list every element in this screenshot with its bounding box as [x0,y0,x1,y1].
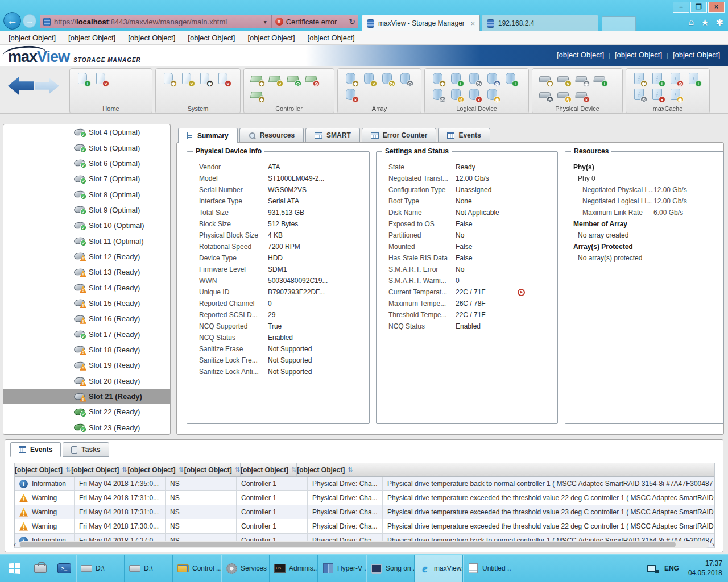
controller-properties-icon[interactable]: × [268,72,284,87]
controller-rescan-icon[interactable]: ◎ [286,72,302,87]
physical-device-force-icon[interactable]: ↯ [556,88,572,103]
new-tab-button[interactable] [602,16,636,31]
delete-system-icon[interactable]: × [94,72,110,87]
powershell-button[interactable]: >_ [52,555,76,582]
sidebar-slot-item[interactable]: ✓ Slot 7 (Optimal) [3,171,170,186]
array-properties-icon[interactable]: × [362,72,378,87]
logical-device-power-icon[interactable]: ◉ [485,88,501,103]
controller-lock-icon[interactable]: ✱ [250,88,266,103]
sidebar-slot-item[interactable]: ✓ Slot 5 (Optimal) [3,140,170,155]
maxcache-disable-icon[interactable]: ⊘ [668,72,684,87]
menu-item[interactable]: [object Object] [122,34,181,42]
array-rebuild-icon[interactable]: ↻ [380,72,396,87]
column-header[interactable]: [object Object]⇅ [127,463,184,476]
sidebar-slot-item[interactable]: ! Slot 18 (Ready) [3,342,170,357]
browser-tab[interactable]: 192.168.2.4 [482,15,598,31]
taskbar-app-button[interactable]: Control ... [173,555,221,582]
logical-device-settings-icon[interactable]: ✱ [431,72,446,87]
sidebar-slot-item[interactable]: ✓ Slot 22 (Ready) [3,404,170,419]
taskbar-app-button[interactable]: Services [221,555,270,582]
sidebar-slot-item[interactable]: ✓ Slot 9 (Optimal) [3,202,170,218]
browser-back-button[interactable]: ← [3,12,21,30]
menu-item[interactable]: [object Object] [2,34,62,42]
sort-icon[interactable]: ⇅ [122,466,127,473]
sidebar-slot-item[interactable]: ! Slot 15 (Ready) [3,296,170,311]
controller-settings-icon[interactable]: ✱ [250,72,266,87]
navigate-back-button[interactable] [8,77,34,95]
favorites-star-icon[interactable]: ★ [701,17,709,28]
tab-close-icon[interactable]: × [467,19,475,28]
event-row[interactable]: !Warning Fri May 04 2018 17:30:0... NS C… [15,519,714,534]
column-header[interactable]: [object Object]⇅ [71,463,127,476]
start-button[interactable] [0,555,28,582]
sort-icon[interactable]: ⇅ [65,466,71,473]
detail-tab[interactable]: Summary [178,128,238,143]
clear-logs-icon[interactable]: × [216,72,232,87]
sidebar-slot-item[interactable]: ✓ Slot 17 (Ready) [3,326,170,342]
physical-device-stats-icon[interactable]: + [593,72,609,87]
header-link[interactable]: [object Object] [557,51,604,59]
language-indicator[interactable]: ENG [664,564,679,572]
column-header[interactable]: [object Object]⇅ [297,463,353,476]
sidebar-slot-item[interactable]: ! Slot 13 (Ready) [3,264,170,280]
server-manager-button[interactable] [28,555,52,582]
navigate-forward-button[interactable] [35,78,59,94]
close-button[interactable]: × [708,2,725,13]
logical-device-expand-icon[interactable]: ↻ [467,72,483,87]
maxcache-settings-icon[interactable]: ✱ [632,72,648,87]
sidebar-slot-item[interactable]: ! Slot 19 (Ready) [3,357,170,373]
taskbar-app-button[interactable]: D:\ [125,555,173,582]
sidebar-slot-item[interactable]: ! Slot 20 (Ready) [3,373,170,389]
taskbar-app-button[interactable]: D:\ [76,555,125,582]
taskbar-app-button[interactable]: Song on ... [366,555,415,582]
column-header[interactable]: [object Object]⇅ [184,463,241,476]
detail-tab[interactable]: Resources [239,128,304,142]
system-settings-icon[interactable]: ✱ [162,72,177,87]
logical-device-stats-icon[interactable]: + [503,72,519,87]
menu-item[interactable]: [object Object] [241,34,301,42]
bottom-tab[interactable]: Events [10,442,61,457]
sort-icon[interactable]: ⇅ [291,466,296,473]
sidebar-slot-item[interactable]: ! Slot 12 (Ready) [3,249,170,264]
array-delete-icon[interactable]: × [344,88,359,103]
browser-tab[interactable]: maxView - Storage Manager × [362,15,480,31]
temperature-record-icon[interactable] [518,289,525,296]
bottom-tab[interactable]: Tasks [63,442,109,457]
physical-device-power-icon[interactable]: ◉ [574,72,590,87]
agent-actions-icon[interactable]: ✱ [198,72,214,87]
disable-alarm-icon[interactable]: ⊘ [304,72,320,87]
browser-forward-button[interactable]: → [23,14,36,28]
minimize-button[interactable]: – [673,2,689,13]
certificate-error-button[interactable]: × Certificate error [271,15,341,28]
maxcache-locate-icon[interactable]: ◎ [632,88,648,103]
sidebar-slot-item[interactable]: ! Slot 14 (Ready) [3,280,170,295]
physical-device-locate-icon[interactable]: ◎ [538,88,554,103]
sidebar-slot-item[interactable]: ✓ Slot 6 (Optimal) [3,156,170,171]
header-link[interactable]: [object Object] [609,51,662,59]
physical-device-delete-icon[interactable]: × [574,88,590,103]
menu-item[interactable]: [object Object] [301,34,361,42]
address-bar[interactable]: https://localhost:8443/maxview/manager/m… [40,15,358,28]
settings-gear-icon[interactable]: ✱ [716,17,723,28]
sidebar-slot-item[interactable]: ! Slot 16 (Ready) [3,311,170,326]
refresh-icon[interactable]: ↻ [344,15,358,28]
detail-tab[interactable]: Events [438,128,490,142]
taskbar-app-button[interactable]: e maxView... [415,555,463,582]
logical-device-create-icon[interactable]: + [449,72,465,87]
sidebar-slot-item[interactable]: ✓ Slot 11 (Optimal) [3,233,170,248]
detail-tab[interactable]: Error Counter [362,128,437,142]
taskbar-clock[interactable]: 17:37 04.05.2018 [688,559,722,578]
url-dropdown-icon[interactable]: ▾ [259,19,271,25]
logical-device-delete-icon[interactable]: × [467,88,483,103]
taskbar-app-button[interactable]: Adminis... [270,555,318,582]
detail-tab[interactable]: SMART [305,128,360,142]
taskbar-app-button[interactable]: Hyper-V ... [318,555,366,582]
horizontal-scrollbar[interactable]: ‹ › [11,540,717,549]
add-system-icon[interactable]: + [76,72,92,87]
column-header[interactable]: [object Object]⇅ [15,463,71,476]
system-properties-icon[interactable]: × [180,72,196,87]
logical-device-locate-icon[interactable]: ◎ [431,88,446,103]
scroll-right-icon[interactable]: › [709,541,717,548]
network-icon[interactable] [647,565,656,572]
home-icon[interactable]: ⌂ [689,17,694,28]
